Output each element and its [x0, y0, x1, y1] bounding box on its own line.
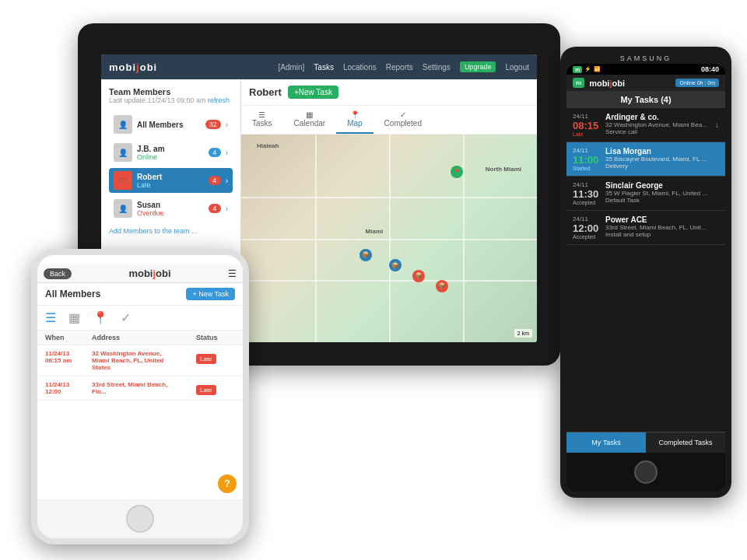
android-m-icon: m	[573, 66, 582, 73]
col-status: Status	[196, 334, 235, 341]
map-scale: 2 km	[514, 329, 532, 338]
add-member-link[interactable]: Add Members to the team ...	[109, 227, 233, 235]
tasks-nav[interactable]: Tasks	[314, 63, 334, 72]
col-address: Address	[92, 334, 196, 341]
completed-tasks-button[interactable]: Completed Tasks	[646, 432, 725, 453]
task3-time: 11:30	[573, 188, 601, 200]
iphone-content: All Members + New Task ☰ ▦ 📍 ✓ When Addr…	[37, 283, 243, 499]
iphone-help-button[interactable]: ?	[218, 474, 237, 493]
iphone-title: All Members	[45, 289, 186, 299]
task4-time: 12:00	[573, 222, 601, 234]
member-susan[interactable]: 👤 Susan Overdue 4 ›	[109, 196, 233, 221]
iphone-tab-check[interactable]: ✓	[121, 310, 131, 325]
new-task-button[interactable]: +New Task	[288, 86, 338, 99]
member-name-robert: Robert	[137, 173, 204, 181]
samsung-brand: SAMSUNG	[566, 53, 725, 64]
iphone-tab-map[interactable]: 📍	[93, 310, 108, 325]
member-avatar-susan: 👤	[114, 199, 132, 218]
android-phone: SAMSUNG m ⚡ 📶 08:40 m mobijobi Online 0h…	[560, 47, 731, 498]
android-app-logo: m	[573, 78, 584, 88]
task1-type: Service call	[605, 128, 710, 135]
sidebar-title: Team Members	[109, 87, 233, 96]
iphone-row-1[interactable]: 11/24/1308:15 am 32 Washington Avenue,Mi…	[37, 345, 243, 376]
iphone-back-button[interactable]: Back	[44, 268, 72, 279]
task1-name: Ardinger & co.	[605, 113, 710, 121]
map-label-hialeah: Hialeah	[257, 142, 279, 149]
task1-status: Late	[573, 131, 601, 137]
android-screen: m ⚡ 📶 08:40 m mobijobi Online 0h : 0m My…	[566, 64, 725, 492]
task2-type: Delivery	[605, 163, 719, 170]
member-badge-all: 32	[205, 120, 221, 129]
member-info-jb: J.B. am Online	[137, 145, 204, 161]
task1-time: 08:15	[573, 120, 601, 131]
map-pin-red2[interactable]: 📦	[436, 280, 448, 292]
member-info-susan: Susan Overdue	[137, 201, 204, 217]
upgrade-button[interactable]: Upgrade	[460, 61, 496, 72]
tab-tasks[interactable]: ☰Tasks	[241, 106, 283, 134]
map-pin-blue2[interactable]: 📦	[389, 259, 402, 271]
member-avatar-jb: 👤	[114, 143, 132, 162]
iphone-status-bar	[37, 255, 243, 264]
android-bottom-bar: My Tasks Completed Tasks	[566, 432, 725, 453]
reports-nav[interactable]: Reports	[386, 63, 413, 72]
task2-time: 11:00	[573, 154, 601, 166]
map-pin-green[interactable]: 📍	[451, 166, 463, 178]
task3-date: 24/11	[573, 181, 601, 188]
locations-nav[interactable]: Locations	[343, 63, 377, 72]
task4-type: Install and setup	[605, 231, 719, 238]
iphone-tab-list[interactable]: ☰	[45, 310, 56, 325]
member-robert[interactable]: 🛡 Robert Late 4 ›	[109, 168, 233, 193]
settings-nav[interactable]: Settings	[423, 63, 451, 72]
tab-calendar[interactable]: ▦Calendar	[283, 106, 337, 134]
iphone-menu-button[interactable]: ☰	[228, 268, 237, 279]
android-task-3[interactable]: 24/11 11:30 Accepted Sinclair George 35 …	[566, 177, 725, 211]
task3-name: Sinclair George	[605, 181, 719, 190]
member-jb[interactable]: 👤 J.B. am Online 4 ›	[109, 140, 233, 165]
row1-when: 11/24/1308:15 am	[45, 350, 92, 364]
iphone-row-2[interactable]: 11/24/1312:00 33rd Street, Miami Beach,F…	[37, 376, 243, 401]
android-online-status: Online 0h : 0m	[675, 79, 719, 87]
row2-status-badge: Late	[196, 385, 216, 395]
map-pin-blue1[interactable]: 📦	[359, 249, 372, 261]
main-tabs: ☰Tasks ▦Calendar 📍Map ✓Completed	[241, 106, 537, 135]
iphone-logo: mobijobi	[76, 268, 223, 279]
member-arrow-jb: ›	[226, 149, 228, 157]
task4-status: Accepted	[573, 234, 601, 240]
member-status-susan: Overdue	[137, 209, 204, 217]
logout-nav[interactable]: Logout	[505, 63, 529, 72]
iphone-header: All Members + New Task	[37, 283, 243, 306]
tab-map[interactable]: 📍Map	[336, 106, 373, 134]
task4-name: Power ACE	[605, 215, 719, 224]
row1-status-badge: Late	[196, 354, 216, 364]
member-info-robert: Robert Late	[137, 173, 204, 189]
my-tasks-button[interactable]: My Tasks	[566, 432, 646, 453]
iphone-new-task-button[interactable]: + New Task	[186, 288, 235, 300]
android-home-button[interactable]	[634, 460, 658, 484]
iphone-tab-calendar[interactable]: ▦	[68, 310, 80, 325]
member-arrow-robert: ›	[226, 177, 228, 185]
android-section-title: My Tasks (4)	[566, 91, 725, 108]
task2-info: Lisa Morgan 35 Biscayne Boulevard, Miami…	[605, 147, 719, 171]
android-time: 08:40	[701, 65, 719, 73]
member-badge-jb: 4	[209, 148, 221, 157]
task2-addr: 35 Biscayne Boulevard, Miami, FL ...	[605, 156, 719, 163]
android-task-2[interactable]: 24/11 11:00 Started Lisa Morgan 35 Bisca…	[566, 142, 725, 177]
iphone-home-button[interactable]	[126, 505, 154, 533]
refresh-link[interactable]: refresh	[208, 96, 230, 104]
android-task-1[interactable]: 24/11 08:15 Late Ardinger & co. 32 Washi…	[566, 108, 725, 142]
android-task-4[interactable]: 24/11 12:00 Accepted Power ACE 33rd Stre…	[566, 211, 725, 245]
tab-completed[interactable]: ✓Completed	[374, 106, 433, 134]
member-avatar-all: 👤	[114, 115, 132, 134]
admin-label: [Admin]	[278, 63, 304, 72]
member-status-robert: Late	[137, 181, 204, 189]
map-pin-red1[interactable]: 📦	[412, 270, 425, 282]
row2-address: 33rd Street, Miami Beach,Flo...	[92, 381, 196, 395]
task4-date: 24/11	[573, 215, 601, 222]
android-app-bar: m mobijobi Online 0h : 0m	[566, 75, 725, 91]
map-label-miami: Miami	[366, 228, 384, 235]
member-all[interactable]: 👤 All Members 32 ›	[109, 112, 233, 137]
sidebar-subtitle: Last update 11/24/13 09:00 am refresh	[109, 96, 233, 104]
task1-date: 24/11	[573, 113, 601, 120]
iphone-rows: 11/24/1308:15 am 32 Washington Avenue,Mi…	[37, 345, 243, 499]
map-background: Hialeah Miami North Miami 📍 📦 📦 📦 📦 2 km	[241, 135, 537, 342]
